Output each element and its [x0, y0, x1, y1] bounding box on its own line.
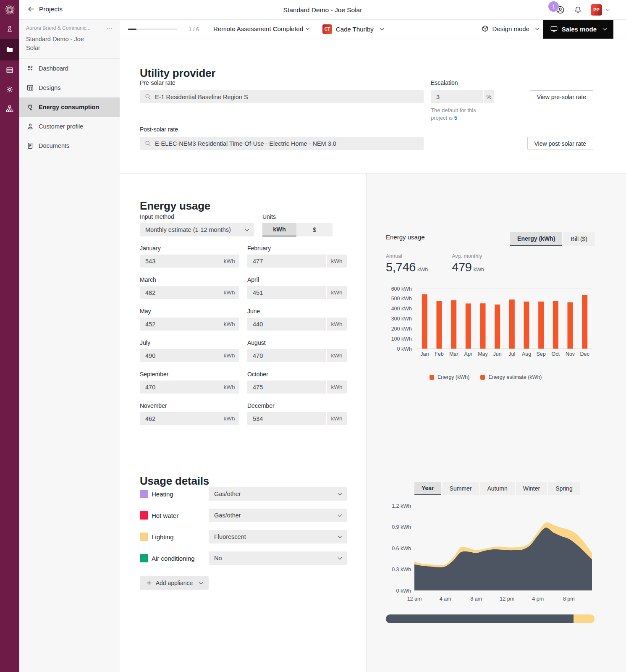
- appliance-dropdown-hot-water[interactable]: Gas/other: [209, 509, 347, 522]
- usage-stats: Annual5,746kWhAvg. monthly479kWh: [386, 253, 484, 274]
- customer-icon: [26, 123, 34, 130]
- appliance-dropdown-lighting[interactable]: Fluorescent: [209, 530, 347, 543]
- assignee-dropdown[interactable]: CT Cade Thurlby: [322, 24, 383, 34]
- settings-gear-icon[interactable]: [0, 80, 19, 99]
- chevron-down-icon: [245, 227, 249, 231]
- records-icon[interactable]: [0, 60, 19, 80]
- chart-legend: Energy (kWh)Energy estimate (kWh): [430, 374, 542, 380]
- designs-icon: [26, 84, 34, 92]
- chevron-down-icon[interactable]: [606, 7, 610, 11]
- season-tab-year[interactable]: Year: [414, 482, 441, 495]
- month-input-july[interactable]: 490kWh: [140, 349, 239, 362]
- pre-solar-rate-input[interactable]: E-1 Residential Baseline Region S: [140, 90, 424, 103]
- svg-text:600 kWh: 600 kWh: [391, 286, 412, 292]
- post-solar-rate-input[interactable]: E-ELEC-NEM3 Residential Time-Of-Use - El…: [140, 137, 424, 150]
- status-dropdown[interactable]: Remote Assessment Completed: [213, 25, 309, 32]
- status-label: Remote Assessment Completed: [213, 25, 303, 32]
- month-input-may[interactable]: 452kWh: [140, 318, 239, 331]
- bell-icon[interactable]: [574, 5, 582, 14]
- month-input-august[interactable]: 470kWh: [247, 349, 347, 362]
- unit-tab-[interactable]: $: [296, 223, 333, 236]
- legend-item-energy-kwh: Energy (kWh): [430, 374, 469, 380]
- stat-unit: kWh: [474, 266, 484, 273]
- month-input-october[interactable]: 475kWh: [247, 381, 347, 394]
- contacts-icon[interactable]: [0, 19, 19, 39]
- chevron-down-icon: [380, 26, 384, 31]
- svg-text:0 kWh: 0 kWh: [396, 588, 411, 594]
- sidebar-item-energy-consumption[interactable]: Energy consumption: [19, 97, 120, 117]
- month-label: December: [247, 402, 347, 409]
- svg-text:Dec: Dec: [580, 351, 589, 357]
- chevron-down-icon: [199, 580, 203, 584]
- month-input-february[interactable]: 477kWh: [247, 255, 347, 268]
- sidebar-item-documents[interactable]: Documents: [19, 136, 120, 155]
- energy-bill-toggle: Energy (kWh)Bill ($): [510, 232, 595, 246]
- escalation-input[interactable]: 3 %: [431, 90, 494, 103]
- notification-badge[interactable]: 1: [548, 1, 559, 12]
- org-chart-icon[interactable]: [0, 99, 19, 118]
- slider-segment[interactable]: [386, 614, 574, 623]
- escalation-value[interactable]: 3: [431, 90, 483, 103]
- category-color-swatch: [140, 554, 148, 562]
- design-mode-button[interactable]: Design mode: [481, 25, 539, 33]
- escalation-label: Escalation: [431, 79, 458, 86]
- sales-mode-button[interactable]: Sales mode: [543, 20, 613, 39]
- cube-icon: [481, 25, 489, 33]
- aurora-logo[interactable]: [0, 0, 19, 19]
- month-value: 490: [140, 349, 219, 362]
- escalation-default-link[interactable]: 5: [454, 115, 457, 121]
- season-tab-summer[interactable]: Summer: [443, 482, 479, 495]
- input-method-value: Monthly estimate (1-12 months): [145, 226, 231, 233]
- usage-details-section: Usage details HeatingGas/otherHot waterG…: [120, 448, 626, 672]
- unit-suffix: kWh: [219, 349, 239, 362]
- svg-text:0.6 kWh: 0.6 kWh: [392, 546, 411, 551]
- month-input-november[interactable]: 462kWh: [140, 412, 239, 425]
- unit-suffix: kWh: [219, 286, 239, 299]
- svg-text:200 kWh: 200 kWh: [391, 326, 412, 332]
- season-tab-winter[interactable]: Winter: [516, 482, 547, 495]
- org-menu-button[interactable]: ...: [107, 25, 113, 29]
- month-input-march[interactable]: 482kWh: [140, 286, 239, 299]
- appliance-value: Fluorescent: [214, 533, 246, 540]
- sidebar-item-designs[interactable]: Designs: [19, 78, 120, 97]
- post-solar-rate-value: E-ELEC-NEM3 Residential Time-Of-Use - El…: [155, 140, 336, 147]
- input-method-dropdown[interactable]: Monthly estimate (1-12 months): [140, 223, 254, 236]
- projects-folder-icon[interactable]: [0, 39, 19, 60]
- appliance-dropdown-heating[interactable]: Gas/other: [209, 487, 347, 501]
- month-input-june[interactable]: 440kWh: [247, 318, 347, 331]
- time-range-slider[interactable]: [386, 614, 595, 623]
- unit-tab-kwh[interactable]: kWh: [262, 223, 296, 236]
- view-pre-solar-rate-button[interactable]: View pre-solar rate: [530, 90, 593, 103]
- sidebar-item-dashboard[interactable]: Dashboard: [19, 59, 120, 78]
- slider-segment[interactable]: [574, 614, 595, 623]
- stat-value: 5,746kWh: [386, 260, 428, 274]
- progress-fill: [128, 29, 136, 30]
- svg-text:Apr: Apr: [464, 351, 472, 357]
- month-input-december[interactable]: 534kWh: [247, 412, 347, 425]
- season-tab-autumn[interactable]: Autumn: [480, 482, 515, 495]
- month-input-january[interactable]: 543kWh: [140, 255, 239, 268]
- project-name: Standard Demo - Joe Solar: [26, 35, 89, 52]
- month-input-september[interactable]: 470kWh: [140, 381, 239, 394]
- month-value: 451: [247, 286, 326, 299]
- stat-unit: kWh: [417, 266, 428, 273]
- sidebar-item-label: Documents: [39, 142, 69, 149]
- app-rail: [0, 0, 19, 672]
- season-tab-spring[interactable]: Spring: [548, 482, 579, 495]
- avatar[interactable]: PP: [591, 4, 602, 16]
- month-field-july: July490kWh: [140, 339, 239, 362]
- svg-text:0 kWh: 0 kWh: [397, 346, 412, 352]
- month-input-april[interactable]: 451kWh: [247, 286, 347, 299]
- sidebar-item-label: Energy consumption: [39, 104, 99, 110]
- view-post-solar-rate-button[interactable]: View post-solar rate: [527, 137, 593, 150]
- add-appliance-button[interactable]: Add appliance: [140, 576, 209, 590]
- chart-tab-energy-kwh[interactable]: Energy (kWh): [510, 232, 562, 246]
- month-field-june: June440kWh: [247, 308, 347, 331]
- sidebar-item-customer-profile[interactable]: Customer profile: [19, 117, 120, 136]
- energy-chart-panel: Energy usage Energy (kWh)Bill ($) Annual…: [367, 173, 626, 448]
- chart-tab-bill[interactable]: Bill ($): [563, 232, 595, 246]
- appliance-dropdown-air-conditioning[interactable]: No: [209, 551, 347, 565]
- support-button[interactable]: 1: [555, 5, 565, 15]
- svg-text:Jun: Jun: [493, 351, 502, 357]
- month-field-december: December534kWh: [247, 402, 347, 425]
